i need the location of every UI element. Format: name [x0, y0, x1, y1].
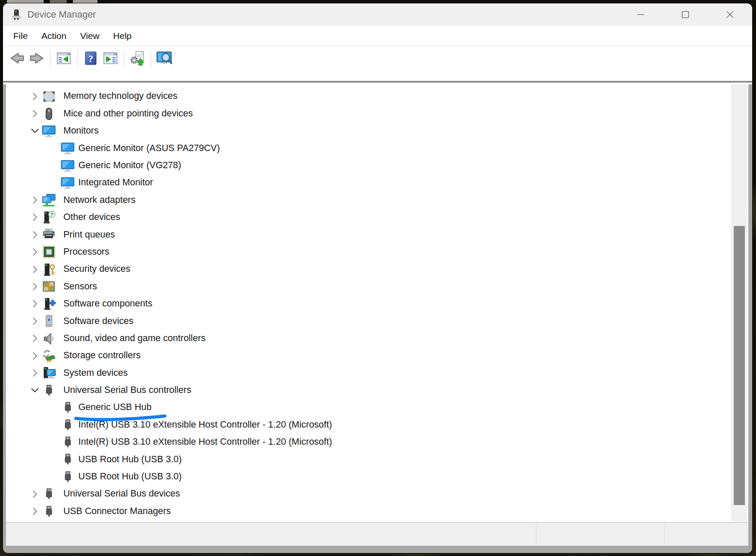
software-device-icon [41, 313, 57, 329]
mouse-icon [41, 106, 57, 122]
chevron-right-icon[interactable] [28, 107, 41, 120]
window-frame-bottom [3, 546, 752, 553]
tree-item-mice-and-other-pointing-devices[interactable]: Mice and other pointing devices [6, 105, 748, 122]
tree-item-security-devices[interactable]: Security devices [6, 261, 748, 278]
chevron-right-icon[interactable] [28, 488, 41, 500]
usb-icon [60, 452, 75, 467]
menu-item-view[interactable]: View [73, 26, 106, 46]
forward-button[interactable] [27, 49, 47, 69]
chevron-right-icon[interactable] [28, 332, 41, 345]
chevron-right-icon[interactable] [28, 297, 41, 310]
chevron-right-icon[interactable] [28, 90, 41, 103]
tree-item-storage-controllers[interactable]: Storage controllers [6, 347, 748, 364]
usb-icon [60, 434, 75, 450]
chevron-down-icon[interactable] [28, 384, 41, 397]
monitor-icon [60, 158, 75, 173]
show-console-tree-button[interactable] [54, 49, 74, 69]
tree-item-sensors[interactable]: Sensors [6, 278, 748, 295]
tree-item-usb-root-hub-usb-3-0[interactable]: USB Root Hub (USB 3.0) [6, 451, 748, 468]
svg-text:?: ? [88, 54, 93, 64]
close-button[interactable] [708, 3, 752, 26]
tree-item-label: Storage controllers [63, 351, 140, 360]
chevron-right-icon[interactable] [28, 211, 41, 224]
monitor-icon [60, 175, 75, 190]
desktop-text-artifact [7, 0, 114, 3]
usb-icon [60, 400, 75, 415]
tree-item-system-devices[interactable]: System devices [6, 364, 748, 381]
chevron-right-icon[interactable] [28, 228, 41, 241]
scrollbar-thumb[interactable] [734, 226, 745, 505]
tree-item-monitors[interactable]: Monitors [6, 122, 748, 140]
tree-item-usb-connector-managers[interactable]: USB Connector Managers [6, 502, 748, 520]
toolbar-separator [77, 50, 77, 68]
usb-icon [41, 504, 57, 519]
title-bar: Device Manager [3, 3, 752, 26]
help-icon: ? [83, 51, 98, 68]
tree-item-label: Intel(R) USB 3.10 eXtensible Host Contro… [78, 437, 332, 447]
tree-item-label: Software devices [63, 317, 134, 326]
vertical-scrollbar[interactable] [731, 84, 747, 523]
chevron-right-icon[interactable] [28, 315, 41, 327]
chevron-right-icon[interactable] [28, 366, 41, 379]
tree-item-generic-monitor-vg278[interactable]: Generic Monitor (VG278) [6, 157, 748, 174]
tree-item-usb-root-hub-usb-3-0[interactable]: USB Root Hub (USB 3.0) [6, 468, 748, 485]
update-driver-button[interactable] [155, 49, 174, 69]
device-manager-icon [10, 9, 22, 21]
tree-item-label: Security devices [63, 265, 131, 274]
chevron-right-icon[interactable] [28, 194, 41, 207]
toolbar: ? [3, 46, 752, 83]
tree-item-universal-serial-bus-devices[interactable]: Universal Serial Bus devices [6, 485, 748, 502]
menu-item-action[interactable]: Action [35, 26, 73, 46]
chevron-right-icon[interactable] [28, 246, 41, 259]
tree-item-processors[interactable]: Processors [6, 244, 748, 261]
menu-item-file[interactable]: File [6, 26, 35, 46]
tree-item-intel-r-usb-3-10-extensible-host-controller-1-20-microsoft[interactable]: Intel(R) USB 3.10 eXtensible Host Contro… [6, 416, 748, 433]
close-icon [725, 10, 735, 19]
processor-icon [41, 244, 57, 260]
security-device-icon [41, 262, 57, 277]
tree-item-memory-technology-devices[interactable]: Memory technology devices [6, 88, 748, 105]
back-button[interactable] [7, 49, 27, 69]
chevron-right-icon[interactable] [28, 505, 41, 518]
tree-item-label: Sound, video and game controllers [63, 334, 205, 343]
tree-item-label: Generic USB Hub [78, 403, 152, 412]
monitor-icon [60, 140, 75, 156]
minimize-button[interactable] [619, 3, 663, 26]
tree-item-other-devices[interactable]: ?Other devices [6, 209, 748, 226]
chevron-right-icon[interactable] [28, 349, 41, 362]
show-console-tree-icon [56, 50, 72, 68]
chevron-right-icon[interactable] [28, 263, 41, 276]
tree-item-label: Monitors [63, 126, 98, 136]
speaker-icon [41, 331, 57, 346]
tree-item-universal-serial-bus-controllers[interactable]: Universal Serial Bus controllers [6, 382, 748, 399]
menu-item-help[interactable]: Help [106, 26, 138, 46]
window-controls [619, 3, 752, 26]
tree-item-software-components[interactable]: Software components [6, 295, 748, 312]
tree-item-integrated-monitor[interactable]: Integrated Monitor [6, 174, 748, 191]
maximize-button[interactable] [663, 3, 708, 26]
tree-item-generic-monitor-asus-pa279cv[interactable]: Generic Monitor (ASUS PA279CV) [6, 140, 748, 157]
help-button[interactable]: ? [81, 49, 101, 69]
menu-bar: FileActionViewHelp [3, 26, 752, 46]
scan-for-hardware-changes-button[interactable] [128, 49, 147, 69]
tree-item-software-devices[interactable]: Software devices [6, 312, 748, 330]
toolbar-separator [151, 50, 151, 68]
unknown-device-icon: ? [41, 210, 57, 225]
tree-item-label: Print queues [63, 230, 115, 240]
tree-item-intel-r-usb-3-10-extensible-host-controller-1-20-microsoft[interactable]: Intel(R) USB 3.10 eXtensible Host Contro… [6, 434, 748, 451]
chevron-right-icon[interactable] [28, 280, 41, 293]
properties-button[interactable] [101, 49, 120, 69]
window-frame-left [3, 84, 6, 553]
software-component-icon [41, 296, 57, 312]
chevron-down-icon[interactable] [28, 125, 41, 137]
tree-item-sound-video-and-game-controllers[interactable]: Sound, video and game controllers [6, 330, 748, 347]
tree-item-label: Generic Monitor (VG278) [78, 161, 181, 170]
forward-icon [28, 50, 45, 68]
tree-item-generic-usb-hub[interactable]: Generic USB Hub [6, 399, 748, 416]
tree-item-print-queues[interactable]: Print queues [6, 226, 748, 243]
tree-item-label: Universal Serial Bus devices [63, 489, 180, 499]
tree-item-network-adapters[interactable]: Network adapters [6, 191, 748, 208]
status-bar-divider [536, 525, 536, 544]
tree-item-label: USB Root Hub (USB 3.0) [78, 455, 182, 464]
toolbar-separator [124, 50, 124, 68]
